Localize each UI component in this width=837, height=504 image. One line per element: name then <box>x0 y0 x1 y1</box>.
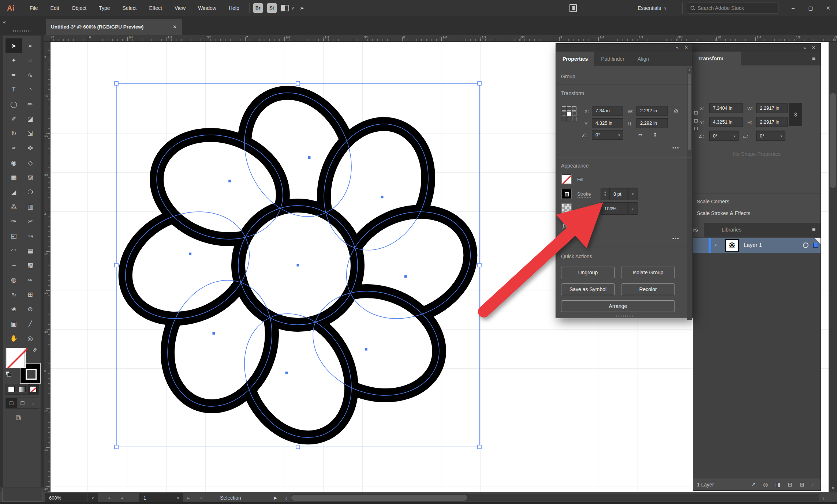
direct-selection-tool[interactable]: ➢ <box>22 38 38 53</box>
stock-button[interactable]: St <box>267 3 277 13</box>
fill-label[interactable]: Fill <box>577 177 583 182</box>
gradient-tool[interactable]: ▨ <box>22 170 38 185</box>
layer-row[interactable]: › ❋ Layer 1 <box>693 238 821 253</box>
next-artboard-icon[interactable]: ▸ <box>187 493 190 502</box>
make-clipping-mask-icon[interactable]: ◨ <box>775 481 780 488</box>
shape-tool[interactable]: ∞ <box>22 272 38 287</box>
slice-tool[interactable]: ╱ <box>22 316 38 331</box>
scale-corners-label[interactable]: Scale Corners <box>697 199 729 204</box>
swap-fill-stroke-icon[interactable]: ⇄ <box>31 346 38 354</box>
scroll-right-icon[interactable]: › <box>820 493 827 502</box>
stroke-label[interactable]: Stroke <box>577 191 591 197</box>
opacity-field[interactable]: 100% <box>601 202 628 215</box>
menu-object[interactable]: Object <box>66 0 93 16</box>
bridge-button[interactable]: Br <box>253 3 263 13</box>
reference-point-mini[interactable] <box>694 111 699 130</box>
selection-handle[interactable] <box>115 445 118 449</box>
props-rotate-select[interactable]: 0° ∨ <box>592 130 623 140</box>
free-transform-tool[interactable]: ◱ <box>5 229 22 243</box>
draw-inside-button[interactable]: ◒ <box>28 398 39 408</box>
zoom-level-field[interactable]: 600% <box>45 493 87 502</box>
change-screen-mode-icon[interactable]: ⧉ <box>16 414 21 422</box>
workspace-switcher[interactable]: Essentials ∨ <box>632 5 678 11</box>
selection-handle[interactable] <box>115 82 118 85</box>
opacity-swatch[interactable] <box>562 204 571 213</box>
smooth-tool[interactable]: ∼ <box>5 258 22 272</box>
arrange-documents-icon[interactable] <box>281 5 289 11</box>
horizontal-scrollbar[interactable] <box>291 494 819 501</box>
scroll-down-icon[interactable]: ∨ <box>829 484 837 492</box>
selection-handle[interactable] <box>296 445 300 449</box>
texture-tool[interactable]: ▩ <box>22 258 38 272</box>
delete-layer-icon[interactable]: ▯ <box>812 481 815 488</box>
stroke-weight-dropdown[interactable]: ∨ <box>628 188 638 200</box>
props-y-field[interactable]: 4.325 in <box>592 118 623 128</box>
more-options-icon[interactable]: ••• <box>672 145 680 151</box>
magic-wand-tool[interactable]: ✦ <box>5 53 22 68</box>
lasso-tool[interactable]: ◌ <box>22 53 38 68</box>
selection-handle[interactable] <box>296 82 300 85</box>
path-tool[interactable]: ∿ <box>5 287 22 302</box>
status-flyout-icon[interactable]: ▶ <box>274 493 277 502</box>
locate-object-icon[interactable]: ◎ <box>763 481 768 488</box>
props-h-field[interactable]: 2.292 in <box>636 118 668 128</box>
scale-tool[interactable]: ⇲ <box>22 126 38 141</box>
expand-layer-icon[interactable]: › <box>715 242 717 247</box>
eraser-tool[interactable]: ◪ <box>22 112 38 126</box>
panel-scrollbar-thumb[interactable] <box>688 74 691 150</box>
zoom-dropdown-icon[interactable]: ∨ <box>87 493 98 502</box>
collapse-panel-icon[interactable]: « <box>803 45 806 50</box>
close-window-button[interactable]: ✕ <box>819 0 837 16</box>
menu-file[interactable]: File <box>23 0 44 16</box>
selection-handle[interactable] <box>478 445 481 449</box>
default-fill-stroke-icon[interactable] <box>5 371 12 377</box>
panel-resize-grip[interactable] <box>616 315 633 317</box>
more-options-icon[interactable]: ••• <box>672 236 680 241</box>
new-layer-icon[interactable]: ⊞ <box>800 481 804 488</box>
scroll-left-icon[interactable]: ‹ <box>283 493 290 502</box>
asset-export-tool[interactable]: ⊞ <box>22 287 38 302</box>
close-panel-icon[interactable]: ✕ <box>684 45 688 50</box>
draw-behind-button[interactable]: ❐ <box>17 398 28 408</box>
stroke-weight-stepper[interactable]: ∧∨ <box>601 188 610 200</box>
menu-help[interactable]: Help <box>223 0 246 16</box>
selection-handle[interactable] <box>478 82 481 85</box>
maximize-button[interactable]: ▢ <box>802 0 819 16</box>
rotate-view-tool[interactable]: ⊘ <box>22 302 38 316</box>
transform-w-field[interactable]: 2.2917 in <box>756 103 788 113</box>
menu-type[interactable]: Type <box>93 0 116 16</box>
close-panel-icon[interactable]: ✕ <box>812 45 815 50</box>
flip-horizontal-icon[interactable]: ▸◂ <box>639 132 641 137</box>
panel-scrollbar[interactable]: ∧ <box>687 68 692 320</box>
vertical-scrollbar-thumb[interactable] <box>830 93 836 188</box>
collapse-panel-icon[interactable]: « <box>676 45 679 50</box>
rotate-tool[interactable]: ↻ <box>5 126 22 141</box>
anchor-point-tool[interactable]: ◍ <box>5 272 22 287</box>
transform-shear-select[interactable]: 0° ∨ <box>756 131 785 141</box>
fill-swatch[interactable] <box>562 174 571 184</box>
menu-view[interactable]: View <box>168 0 192 16</box>
shape-builder-tool[interactable]: ◉ <box>5 155 22 170</box>
mesh-tool[interactable]: ▦ <box>5 170 22 185</box>
adobe-stock-search[interactable] <box>687 3 778 14</box>
tab-align[interactable]: Align <box>631 52 655 66</box>
isolate-group-button[interactable]: Isolate Group <box>621 267 675 278</box>
document-arrangement-icon[interactable] <box>569 4 577 12</box>
scale-strokes-label[interactable]: Scale Strokes & Effects <box>697 210 750 216</box>
draw-normal-button[interactable]: ❏ <box>6 398 17 408</box>
artboard-number-field[interactable]: 1 <box>139 493 173 502</box>
save-as-symbol-button[interactable]: Save as Symbol <box>561 283 615 295</box>
recolor-button[interactable]: Recolor <box>621 283 675 295</box>
ellipse-tool[interactable]: ◯ <box>5 97 22 112</box>
color-button[interactable] <box>6 384 17 394</box>
artboard-dropdown-icon[interactable]: ∨ <box>173 493 183 502</box>
measure-tool[interactable]: ▤ <box>22 243 38 258</box>
horizontal-scrollbar-thumb[interactable] <box>291 495 467 501</box>
none-button[interactable] <box>28 384 39 394</box>
panel-menu-icon[interactable]: ≡ <box>812 226 815 233</box>
menu-window[interactable]: Window <box>192 0 223 16</box>
opacity-flyout-button[interactable]: › <box>628 202 638 215</box>
effects-icon[interactable]: fx <box>563 221 568 229</box>
column-graph-tool[interactable]: ▥ <box>22 199 38 214</box>
type-tool[interactable]: T <box>5 82 22 97</box>
